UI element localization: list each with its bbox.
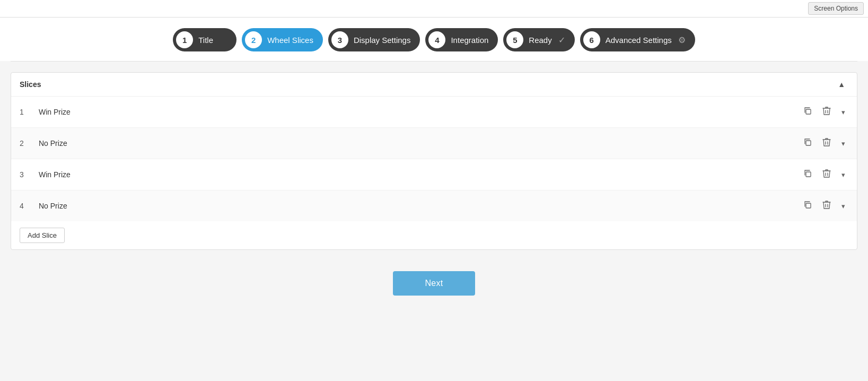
step-2-number: 2	[245, 31, 262, 48]
step-4-number: 4	[428, 31, 445, 48]
table-row: 1 Win Prize	[11, 97, 857, 128]
chevron-down-icon: ▾	[841, 202, 845, 210]
next-button[interactable]: Next	[393, 271, 475, 296]
table-row: 4 No Prize	[11, 190, 857, 221]
delete-button-4[interactable]	[819, 198, 834, 214]
trash-icon	[822, 169, 831, 180]
svg-rect-9	[806, 203, 811, 208]
slice-actions-2: ▾	[800, 135, 848, 151]
step-1-number: 1	[176, 31, 193, 48]
chevron-down-icon: ▾	[841, 140, 845, 148]
step-6-number: 6	[583, 31, 600, 48]
slices-header: Slices ▲	[11, 73, 857, 97]
slice-number-3: 3	[20, 170, 39, 179]
step-3-label: Display Settings	[354, 36, 411, 45]
step-1-label: Title	[198, 36, 213, 45]
chevron-down-icon: ▾	[841, 108, 845, 116]
step-5-number: 5	[506, 31, 523, 48]
copy-icon	[803, 107, 812, 117]
slices-panel: Slices ▲ 1 Win Prize	[11, 72, 857, 250]
step-6-label: Advanced Settings	[606, 36, 672, 45]
slice-name-1: Win Prize	[39, 108, 800, 116]
copy-button-1[interactable]	[800, 105, 815, 119]
slice-actions-1: ▾	[800, 104, 848, 120]
table-row: 3 Win Prize	[11, 159, 857, 190]
trash-icon	[822, 137, 831, 149]
slice-number-1: 1	[20, 108, 39, 116]
copy-button-2[interactable]	[800, 136, 815, 151]
collapse-button[interactable]: ▲	[835, 79, 848, 90]
section-divider	[11, 61, 857, 62]
screen-options-button[interactable]: Screen Options	[808, 2, 864, 15]
step-integration[interactable]: 4 Integration	[425, 28, 498, 51]
slices-title: Slices	[20, 80, 41, 89]
slice-number-2: 2	[20, 139, 39, 148]
copy-button-4[interactable]	[800, 198, 815, 213]
slice-name-3: Win Prize	[39, 170, 800, 179]
dropdown-button-4[interactable]: ▾	[838, 200, 848, 212]
copy-icon	[803, 138, 812, 149]
table-row: 2 No Prize	[11, 128, 857, 159]
step-4-label: Integration	[451, 36, 488, 45]
slice-name-4: No Prize	[39, 202, 800, 210]
footer-actions: Next	[0, 250, 868, 306]
collapse-up-icon: ▲	[838, 80, 845, 89]
step-title[interactable]: 1 Title	[173, 28, 236, 51]
dropdown-button-2[interactable]: ▾	[838, 137, 848, 150]
add-slice-button[interactable]: Add Slice	[20, 228, 65, 243]
step-3-number: 3	[331, 31, 348, 48]
svg-rect-6	[806, 172, 811, 177]
dropdown-button-1[interactable]: ▾	[838, 106, 848, 118]
svg-rect-3	[806, 141, 811, 145]
dropdown-button-3[interactable]: ▾	[838, 169, 848, 181]
slice-name-2: No Prize	[39, 139, 800, 148]
step-display-settings[interactable]: 3 Display Settings	[328, 28, 420, 51]
chevron-down-icon: ▾	[841, 171, 845, 179]
slice-actions-3: ▾	[800, 167, 848, 183]
slices-list: 1 Win Prize	[11, 97, 857, 221]
gear-icon: ⚙	[678, 35, 686, 45]
delete-button-1[interactable]	[819, 104, 834, 120]
slice-actions-4: ▾	[800, 198, 848, 214]
delete-button-2[interactable]	[819, 135, 834, 151]
slice-number-4: 4	[20, 202, 39, 210]
trash-icon	[822, 200, 831, 212]
step-wheel-slices[interactable]: 2 Wheel Slices	[242, 28, 323, 51]
trash-icon	[822, 106, 831, 118]
add-slice-container: Add Slice	[11, 221, 857, 249]
copy-icon	[803, 169, 812, 180]
copy-button-3[interactable]	[800, 167, 815, 182]
step-advanced-settings[interactable]: 6 Advanced Settings ⚙	[580, 28, 695, 51]
check-icon: ✓	[558, 35, 565, 45]
copy-icon	[803, 201, 812, 211]
steps-navigation: 1 Title 2 Wheel Slices 3 Display Setting…	[0, 18, 868, 61]
delete-button-3[interactable]	[819, 167, 834, 183]
step-2-label: Wheel Slices	[267, 36, 313, 45]
main-content: Slices ▲ 1 Win Prize	[0, 72, 868, 250]
top-bar: Screen Options	[0, 0, 868, 18]
svg-rect-0	[806, 109, 811, 114]
step-5-label: Ready	[529, 36, 551, 45]
step-ready[interactable]: 5 Ready ✓	[503, 28, 574, 51]
